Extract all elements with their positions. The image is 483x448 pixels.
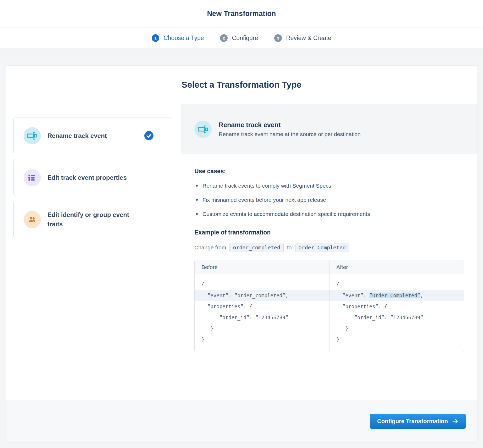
card-content: Rename track event bbox=[6, 104, 477, 400]
card-title-block: Select a Transformation Type bbox=[6, 66, 477, 104]
step-1-circle: 1 bbox=[152, 34, 159, 42]
step-2-label: Configure bbox=[232, 35, 258, 42]
detail-header-text: Rename track event Rename track event na… bbox=[219, 121, 361, 137]
step-configure[interactable]: 2 Configure bbox=[220, 34, 258, 42]
step-review-create[interactable]: 3 Review & Create bbox=[274, 34, 331, 42]
example-heading: Example of transformation bbox=[194, 229, 464, 236]
use-case-item: Fix misnamed events before your next app… bbox=[194, 197, 464, 203]
code-segment: , bbox=[420, 293, 423, 298]
use-cases-heading: Use cases: bbox=[194, 168, 464, 175]
card-title: Select a Transformation Type bbox=[182, 80, 301, 90]
code-line: } bbox=[195, 334, 329, 345]
arrow-right-icon bbox=[452, 418, 458, 424]
step-choose-a-type[interactable]: 1 Choose a Type bbox=[152, 34, 204, 42]
code-line: } bbox=[195, 323, 329, 334]
use-case-item: Rename track events to comply with Segme… bbox=[194, 183, 464, 189]
option-label: Edit identify or group event traits bbox=[47, 210, 144, 229]
renamed-value-highlight: ”Order Completed” bbox=[369, 293, 420, 298]
code-line: { bbox=[330, 279, 464, 290]
list-icon bbox=[24, 169, 41, 186]
code-line: { bbox=[195, 279, 329, 290]
detail-subtitle: Rename track event name at the source or… bbox=[219, 131, 361, 137]
step-3-label: Review & Create bbox=[286, 35, 331, 42]
change-to-code-chip: Order Completed bbox=[295, 243, 349, 252]
use-case-item: Customize events to accommodate destinat… bbox=[194, 211, 464, 217]
transformation-type-card: Select a Transformation Type Rename bbox=[5, 65, 478, 442]
code-line: } bbox=[330, 323, 464, 334]
before-code-block: { ”event”: ”order_completed”, ”propertie… bbox=[195, 274, 329, 352]
card-footer: Configure Transformation bbox=[6, 400, 477, 442]
change-from-label: Change from bbox=[194, 244, 226, 251]
detail-title: Rename track event bbox=[219, 121, 361, 129]
page-title: New Transformation bbox=[207, 10, 276, 18]
code-line: ”properties”: { bbox=[330, 301, 464, 312]
rename-icon bbox=[24, 127, 41, 144]
change-from-code-chip: order_completed bbox=[229, 243, 284, 252]
after-code-block: { ”event”: ”Order Completed”, ”propertie… bbox=[329, 274, 464, 352]
change-example-row: Change from order_completed to Order Com… bbox=[194, 243, 464, 252]
option-label: Rename track event bbox=[47, 131, 144, 141]
code-line: ”order_id”: ”123456789” bbox=[195, 312, 329, 323]
transformation-options-list: Rename track event bbox=[6, 104, 181, 400]
step-3-circle: 3 bbox=[274, 34, 282, 42]
detail-body: Use cases: Rename track events to comply… bbox=[181, 154, 477, 352]
use-case-list: Rename track events to comply with Segme… bbox=[194, 183, 464, 217]
code-line: } bbox=[330, 334, 464, 345]
option-edit-track-event-properties[interactable]: Edit track event properties bbox=[13, 159, 172, 196]
code-line: ”properties”: { bbox=[195, 301, 329, 312]
before-column-header: Before bbox=[195, 260, 329, 274]
people-icon bbox=[24, 211, 41, 228]
option-rename-track-event[interactable]: Rename track event bbox=[13, 117, 172, 154]
step-2-circle: 2 bbox=[220, 34, 228, 42]
configure-button-label: Configure Transformation bbox=[377, 418, 448, 425]
code-segment: ”event”: bbox=[336, 293, 369, 298]
option-label: Edit track event properties bbox=[47, 173, 144, 182]
code-line-highlighted: ”event”: ”order_completed”, bbox=[195, 290, 329, 301]
step-1-label: Choose a Type bbox=[163, 35, 204, 42]
rename-icon bbox=[194, 121, 212, 138]
configure-transformation-button[interactable]: Configure Transformation bbox=[370, 414, 466, 429]
wizard-step-bar: 1 Choose a Type 2 Configure 3 Review & C… bbox=[0, 28, 483, 48]
option-detail-panel: Rename track event Rename track event na… bbox=[181, 104, 477, 400]
code-line: ”order_id”: ”123456789” bbox=[330, 312, 464, 323]
after-column-header: After bbox=[329, 260, 464, 274]
before-after-table: Before After { ”event”: ”order_completed… bbox=[194, 260, 464, 352]
option-edit-identify-or-group-event-traits[interactable]: Edit identify or group event traits bbox=[13, 201, 172, 238]
app-header: New Transformation bbox=[0, 0, 483, 28]
change-to-label: to bbox=[287, 244, 292, 251]
code-line-highlighted: ”event”: ”Order Completed”, bbox=[330, 290, 464, 301]
detail-header: Rename track event Rename track event na… bbox=[181, 104, 477, 154]
selected-check-icon bbox=[144, 131, 153, 140]
